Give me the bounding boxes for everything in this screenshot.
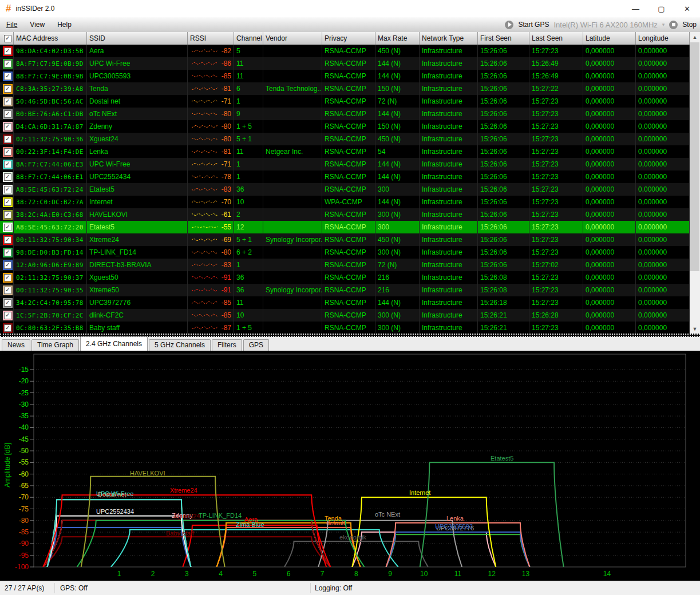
tab-news[interactable]: News: [2, 339, 30, 351]
column-header[interactable]: Privacy: [322, 32, 375, 45]
table-row[interactable]: ✓38:2C:4A:E0:C3:68HAVELKOVI -612RSNA-CCM…: [0, 208, 690, 221]
network-label: Internet: [409, 489, 430, 496]
row-checkbox[interactable]: ✓: [0, 196, 14, 208]
row-checkbox[interactable]: ✓: [0, 322, 14, 334]
row-checkbox[interactable]: ✓: [0, 145, 14, 158]
play-icon[interactable]: [505, 21, 513, 29]
column-header[interactable]: Longitude: [636, 32, 690, 45]
table-row[interactable]: ✓B0:BE:76:A6:C1:DBoTc NExt -809RSNA-CCMP…: [0, 108, 690, 120]
column-header[interactable]: RSSI: [188, 32, 234, 45]
row-checkbox[interactable]: ✓: [0, 158, 14, 170]
scroll-up-icon[interactable]: ▲: [690, 32, 700, 42]
minimize-button[interactable]: —: [623, 0, 648, 17]
vertical-scrollbar[interactable]: ▲ ▼: [690, 32, 700, 334]
row-checkbox[interactable]: ✓: [0, 183, 14, 196]
table-row[interactable]: ✓A8:5E:45:63:72:24Etatest5 -8336RSNA-CCM…: [0, 183, 690, 196]
column-header[interactable]: Network Type: [420, 32, 478, 45]
table-row[interactable]: ✓A8:5E:45:63:72:20Etatest5 -5512RSNA-CCM…: [0, 221, 690, 233]
table-row[interactable]: ✓88:F7:C7:9E:0B:9BUPC3005593 -8511RSNA-C…: [0, 70, 690, 82]
row-checkbox[interactable]: ✓: [0, 45, 14, 57]
stop-icon[interactable]: [669, 21, 678, 29]
row-checkbox[interactable]: ✓: [0, 309, 14, 322]
table-row[interactable]: ✓98:DE:D0:B3:FD:14TP-LINK_FD14 -806 + 2R…: [0, 246, 690, 259]
cell-ssid: Dostal net: [87, 95, 188, 108]
cell-first-seen: 15:26:06: [478, 221, 529, 233]
row-checkbox[interactable]: ✓: [0, 108, 14, 120]
cell-rssi: -87: [188, 322, 234, 334]
column-header[interactable]: Latitude: [583, 32, 636, 45]
cell-channel: 1: [234, 170, 263, 183]
column-header[interactable]: Channel: [234, 32, 263, 45]
tab-time-graph[interactable]: Time Graph: [31, 339, 79, 351]
row-checkbox[interactable]: ✓: [0, 120, 14, 133]
table-row[interactable]: ✓12:A0:96:D6:E9:89DIRECT-b3-BRAVIA -831R…: [0, 259, 690, 271]
row-checkbox[interactable]: ✓: [0, 233, 14, 246]
row-checkbox[interactable]: ✓: [0, 95, 14, 108]
row-checkbox[interactable]: ✓: [0, 284, 14, 296]
row-checkbox[interactable]: ✓: [0, 170, 14, 183]
cell-mac: 98:DA:C4:02:D3:5B: [14, 45, 87, 57]
row-checkbox[interactable]: ✓: [0, 246, 14, 259]
table-row[interactable]: ✓D4:CA:6D:31:7A:87Zdenny -801 + 5RSNA-CC…: [0, 120, 690, 133]
close-button[interactable]: ✕: [674, 0, 700, 17]
row-checkbox[interactable]: ✓: [0, 82, 14, 95]
menu-view[interactable]: View: [23, 17, 51, 32]
menu-help[interactable]: Help: [51, 17, 78, 32]
column-header[interactable]: Last Seen: [529, 32, 583, 45]
row-checkbox[interactable]: ✓: [0, 271, 14, 284]
row-checkbox[interactable]: ✓: [0, 296, 14, 309]
table-row[interactable]: ✓0C:80:63:2F:35:B8Baby staff -871 + 5RSN…: [0, 322, 690, 334]
tab-2-4-ghz-channels[interactable]: 2.4 GHz Channels: [80, 336, 148, 351]
table-row[interactable]: ✓50:46:5D:BC:56:ACDostal net -711RSNA-CC…: [0, 95, 690, 108]
table-row[interactable]: ✓8A:F7:C7:9E:0B:9DUPC Wi-Free -8611RSNA-…: [0, 57, 690, 70]
start-gps-button[interactable]: Start GPS: [518, 21, 549, 29]
table-row[interactable]: ✓1C:5F:2B:70:CF:2Cdlink-CF2C -8510RSNA-C…: [0, 309, 690, 322]
column-header[interactable]: Max Rate: [375, 32, 420, 45]
select-all-checkbox[interactable]: ✓: [0, 32, 14, 45]
table-row[interactable]: ✓02:11:32:75:90:36Xguest24 -805 + 1RSNA-…: [0, 133, 690, 145]
cell-rssi: -85: [188, 309, 234, 322]
table-row[interactable]: ✓8A:F7:C7:44:06:E3UPC Wi-Free -711RSNA-C…: [0, 158, 690, 170]
table-row[interactable]: ✓98:DA:C4:02:D3:5BAera -825RSNA-CCMP450 …: [0, 45, 690, 57]
cell-mac: 12:A0:96:D6:E9:89: [14, 259, 87, 271]
cell-network-type: Infrastructure: [420, 296, 478, 309]
cell-ssid: UPC2552434: [87, 170, 188, 183]
row-checkbox[interactable]: ✓: [0, 70, 14, 82]
column-header[interactable]: Vendor: [263, 32, 322, 45]
table-row[interactable]: ✓C8:3A:35:27:39:A8Tenda -816Tenda Techno…: [0, 82, 690, 95]
tab-gps[interactable]: GPS: [243, 339, 269, 351]
tab-5-ghz-channels[interactable]: 5 GHz Channels: [149, 339, 211, 351]
table-row[interactable]: ✓34:2C:C4:70:95:78UPC3972776 -8511RSNA-C…: [0, 296, 690, 309]
scroll-down-icon[interactable]: ▼: [690, 324, 700, 334]
row-checkbox[interactable]: ✓: [0, 133, 14, 145]
menu-file[interactable]: File: [0, 17, 23, 32]
row-checkbox[interactable]: ✓: [0, 221, 14, 233]
cell-last-seen: 15:27:23: [529, 271, 583, 284]
table-row[interactable]: ✓38:72:C0:DC:B2:7AInternet -7010WPA-CCMP…: [0, 196, 690, 208]
column-header[interactable]: First Seen: [478, 32, 529, 45]
maximize-button[interactable]: ▢: [648, 0, 674, 17]
table-row[interactable]: ✓00:22:3F:14:F4:DELenka -8111Netgear Inc…: [0, 145, 690, 158]
cell-latitude: 0,000000: [583, 183, 636, 196]
x-tick-label: 5: [252, 570, 256, 578]
row-checkbox[interactable]: ✓: [0, 57, 14, 70]
row-checkbox[interactable]: ✓: [0, 208, 14, 221]
table-row[interactable]: ✓00:11:32:75:90:35Xtreme50 -9136Synology…: [0, 284, 690, 296]
column-header[interactable]: SSID: [87, 32, 188, 45]
adapter-select[interactable]: Intel(R) Wi-Fi 6 AX200 160MHz: [553, 21, 657, 29]
scrollbar-thumb[interactable]: [690, 42, 699, 271]
cell-longitude: 0,000000: [636, 133, 690, 145]
column-header[interactable]: MAC Address: [14, 32, 87, 45]
row-checkbox[interactable]: ✓: [0, 259, 14, 271]
table-row[interactable]: ✓88:F7:C7:44:06:E1UPC2552434 -781RSNA-CC…: [0, 170, 690, 183]
cell-longitude: 0,000000: [636, 259, 690, 271]
cell-mac: B0:BE:76:A6:C1:DB: [14, 108, 87, 120]
y-tick-label: -25: [19, 389, 29, 397]
stop-button[interactable]: Stop: [682, 21, 697, 29]
cell-network-type: Infrastructure: [420, 158, 478, 170]
gps-status: GPS: Off: [60, 584, 88, 592]
table-row[interactable]: ✓00:11:32:75:90:34Xtreme24 -695 + 1Synol…: [0, 233, 690, 246]
tab-filters[interactable]: Filters: [212, 339, 242, 351]
cell-max-rate: 300 (N): [375, 309, 420, 322]
table-row[interactable]: ✓02:11:32:75:90:37Xguest50 -9136RSNA-CCM…: [0, 271, 690, 284]
